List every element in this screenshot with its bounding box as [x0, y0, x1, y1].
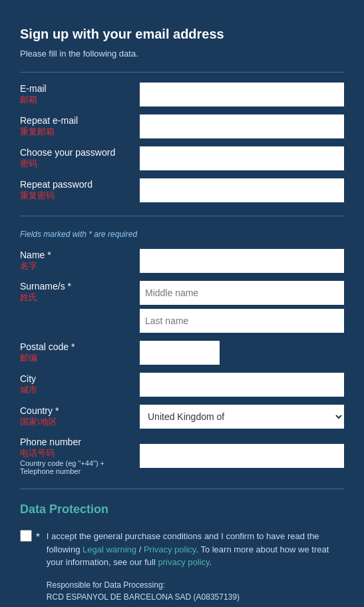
responsible-text: Responsible for Data Processing: RCD ESP… [47, 579, 344, 603]
accept-terms-checkbox[interactable] [20, 530, 32, 542]
city-chinese-label: 城市 [20, 384, 140, 396]
repeat-email-label: Repeat e-mail [20, 115, 140, 126]
repeat-password-row: Repeat password 重复密码 [20, 178, 344, 202]
name-row: Name * 名字 [20, 249, 344, 273]
email-input-col [140, 83, 344, 106]
phone-label: Phone number [20, 437, 140, 447]
email-input[interactable] [140, 83, 344, 106]
responsible-entity: RCD ESPANYOL DE BARCELONA SAD (A08357139… [47, 592, 240, 602]
city-input[interactable] [140, 373, 344, 397]
password-input-col [140, 146, 344, 170]
required-star: * [36, 530, 40, 542]
country-input-col: United Kingdom of United States Germany … [140, 405, 344, 429]
repeat-email-input-col [140, 114, 344, 138]
postal-input[interactable] [140, 341, 220, 365]
surname-label: Surname/s * [20, 281, 140, 292]
email-chinese-label: 邮箱 [20, 94, 140, 106]
dp-period: . [210, 557, 212, 567]
postal-label-col: Postal code * 邮编 [20, 341, 140, 364]
middle-name-input[interactable] [140, 281, 344, 305]
surname-input-col [140, 281, 344, 333]
password-row: Choose your password 密码 [20, 146, 344, 170]
name-label-col: Name * 名字 [20, 250, 140, 272]
repeat-password-label-col: Repeat password 重复密码 [20, 179, 140, 202]
repeat-email-row: Repeat e-mail 重复邮箱 [20, 114, 344, 138]
email-row: E-mail 邮箱 [20, 83, 344, 106]
postal-row: Postal code * 邮编 [20, 341, 344, 365]
last-name-input[interactable] [140, 309, 344, 333]
checkbox-col: * [20, 530, 40, 542]
city-input-col [140, 373, 344, 397]
repeat-email-chinese-label: 重复邮箱 [20, 126, 140, 138]
password-input[interactable] [140, 146, 344, 170]
dp-paragraph: I accept the general purchase conditions… [47, 530, 344, 569]
surname-label-col: Surname/s * 姓氏 [20, 281, 140, 304]
city-label-col: City 城市 [20, 373, 140, 396]
name-input[interactable] [140, 249, 344, 273]
country-select[interactable]: United Kingdom of United States Germany … [140, 405, 344, 429]
phone-chinese-label: 电话号码 [20, 447, 140, 459]
country-row: Country * 国家\地区 United Kingdom of United… [20, 405, 344, 429]
country-chinese-label: 国家\地区 [20, 416, 140, 428]
dp-text-col: I accept the general purchase conditions… [47, 530, 344, 603]
phone-sublabel: Country code (eg "+44") + Telephone numb… [20, 459, 140, 475]
repeat-email-label-col: Repeat e-mail 重复邮箱 [20, 115, 140, 138]
email-label: E-mail [20, 83, 140, 94]
postal-chinese-label: 邮编 [20, 352, 140, 364]
email-label-col: E-mail 邮箱 [20, 83, 140, 106]
repeat-email-input[interactable] [140, 114, 344, 138]
country-label: Country * [20, 405, 140, 416]
repeat-password-label: Repeat password [20, 179, 140, 190]
phone-row: Phone number 电话号码 Country code (eg "+44"… [20, 437, 344, 475]
required-note: Fields marked with * are required [20, 230, 344, 239]
country-label-col: Country * 国家\地区 [20, 405, 140, 428]
subtitle: Please fill in the following data. [20, 49, 344, 59]
legal-warning-link[interactable]: Legal warning [83, 544, 136, 554]
city-label: City [20, 373, 140, 384]
privacy-policy-link2[interactable]: privacy policy [158, 557, 210, 567]
divider [20, 216, 344, 216]
name-chinese-label: 名字 [20, 260, 140, 272]
postal-input-col [140, 341, 344, 365]
password-chinese-label: 密码 [20, 158, 140, 170]
dp-slash: / [139, 544, 144, 554]
city-row: City 城市 [20, 373, 344, 397]
name-input-col [140, 249, 344, 273]
data-protection-title: Data Protection [20, 503, 344, 516]
repeat-password-input-col [140, 178, 344, 202]
responsible-label: Responsible for Data Processing: [47, 580, 165, 590]
phone-label-col: Phone number 电话号码 Country code (eg "+44"… [20, 437, 140, 475]
password-label: Choose your password [20, 147, 140, 158]
surname-row: Surname/s * 姓氏 [20, 281, 344, 333]
repeat-password-input[interactable] [140, 178, 344, 202]
data-protection-content: * I accept the general purchase conditio… [20, 530, 344, 603]
repeat-password-chinese-label: 重复密码 [20, 190, 140, 202]
phone-input-col [140, 444, 344, 468]
page-title: Sign up with your email address [20, 27, 344, 42]
phone-input[interactable] [140, 444, 344, 468]
section-divider-2 [20, 489, 344, 489]
postal-label: Postal code * [20, 341, 140, 352]
surname-chinese-label: 姓氏 [20, 292, 140, 304]
privacy-policy-link[interactable]: Privacy policy [144, 544, 196, 554]
main-form: E-mail 邮箱 Repeat e-mail 重复邮箱 Choose your… [20, 72, 344, 475]
name-label: Name * [20, 250, 140, 260]
password-label-col: Choose your password 密码 [20, 147, 140, 170]
